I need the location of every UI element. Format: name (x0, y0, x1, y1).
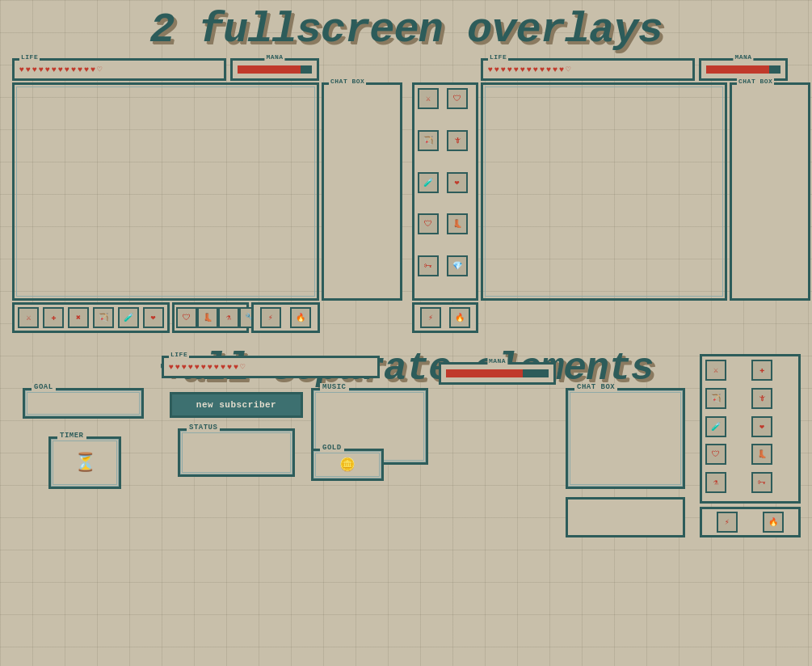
icon-lightning1: ⚡ (260, 307, 281, 328)
bottom-hearts: ♥ ♥ ♥ ♥ ♥ ♥ ♥ ♥ ♥ ♥ ♥ ♡ (169, 362, 245, 372)
bottom-mana-container (446, 369, 549, 377)
bottom-icon-panel: ⚔ ✚ 🏹 🗡 🧪 ❤ 🛡 👢 ⚗ 🗝 (700, 354, 801, 504)
overlay1-screen (12, 82, 319, 301)
goal-box: GOAL (23, 388, 144, 419)
icon-bow-br: 🏹 (705, 388, 726, 409)
icon-boot-br: 👢 (751, 444, 772, 465)
icon-armor: 🛡 (176, 307, 197, 328)
icon-key-br: 🗝 (751, 472, 772, 493)
icon-dagger-br: 🗡 (751, 388, 772, 409)
overlay2-mana-container (706, 65, 780, 74)
bottom-mana-label: MANA (487, 357, 507, 365)
icon-fire2: 🔥 (449, 307, 470, 328)
icon-fire-br: 🔥 (763, 512, 784, 533)
overlay1-life-bar: LIFE ♥ ♥ ♥ ♥ ♥ ♥ ♥ ♥ ♥ ♥ ♥ ♥ ♡ (12, 58, 226, 81)
overlay2-mana-label: MANA (733, 53, 753, 61)
icon-bow: 🏹 (93, 307, 114, 328)
icon-armor-br: 🛡 (705, 444, 726, 465)
overlay2-sidebar: ⚔ 🛡 🏹 🗡 🧪 ❤ 🛡 👢 🗝 💎 (412, 82, 478, 301)
overlay2-toolbar: ⚡ 🔥 (412, 302, 478, 333)
bottom-toolbar-br: ⚡ 🔥 (700, 507, 801, 537)
icon-gem: 💎 (447, 255, 468, 276)
overlay1-mana-container (238, 65, 312, 74)
overlay2-hearts: ♥ ♥ ♥ ♥ ♥ ♥ ♥ ♥ ♥ ♥ ♥ ♥ ♡ (488, 65, 570, 74)
bottom-chat-label: CHAT BOX (574, 383, 617, 391)
status-label: STATUS (187, 424, 220, 432)
icon-armor2: 🛡 (418, 213, 439, 234)
icon-cross: ✚ (43, 307, 64, 328)
bottom-life-bar: LIFE ♥ ♥ ♥ ♥ ♥ ♥ ♥ ♥ ♥ ♥ ♥ ♡ (162, 356, 380, 378)
icon-dagger: 🗡 (447, 130, 468, 151)
overlay1-mana-label: MANA (264, 53, 284, 61)
icon-sword2: ⚔ (418, 88, 439, 109)
icon-boots: 👢 (197, 307, 218, 328)
overlay1-life-label: LIFE (19, 53, 40, 61)
icon-boot2: 👢 (447, 213, 468, 234)
icon-heart2: ❤ (447, 172, 468, 193)
gold-label: GOLD (320, 444, 344, 452)
icon-x: ✖ (68, 307, 89, 328)
main-title: 2 fullscreen overlays (0, 0, 812, 54)
icon-potion-br: 🧪 (705, 416, 726, 437)
icon-potion-red2: ❤ (143, 307, 164, 328)
sub-title: +all separate elements (0, 347, 812, 390)
coin-icon: 🪙 (339, 457, 356, 473)
overlay1-toolbar1: ⚔ ✚ ✖ 🏹 🧪 ❤ (12, 302, 170, 333)
overlay2-chat-box: CHAT BOX (730, 82, 810, 301)
icon-sword-br: ⚔ (705, 360, 726, 381)
bottom-extra-box (566, 497, 685, 537)
icon-flask-br: ⚗ (705, 472, 726, 493)
gold-box: GOLD 🪙 (311, 449, 384, 481)
goal-label: GOAL (32, 383, 56, 391)
icon-shield2: 🛡 (447, 88, 468, 109)
bottom-mana-fill (446, 369, 523, 377)
icon-heart-br: ❤ (751, 416, 772, 437)
hourglass-icon: ⏳ (74, 452, 96, 474)
overlay1: LIFE ♥ ♥ ♥ ♥ ♥ ♥ ♥ ♥ ♥ ♥ ♥ ♥ ♡ MANA CHAT… (12, 58, 404, 333)
overlay2-screen (481, 82, 727, 301)
music-label: MUSIC (320, 383, 349, 391)
overlay2-mana-fill (706, 65, 769, 74)
overlay2-chat-label: CHAT BOX (737, 78, 774, 85)
icon-potion2: 🧪 (418, 172, 439, 193)
bottom-mana-bar: MANA (439, 362, 556, 385)
subscriber-box: new subscriber (170, 392, 303, 418)
overlay1-hearts: ♥ ♥ ♥ ♥ ♥ ♥ ♥ ♥ ♥ ♥ ♥ ♥ ♡ (19, 65, 102, 74)
status-box: STATUS (178, 428, 295, 477)
icon-lightning-br: ⚡ (717, 512, 738, 533)
overlay2: LIFE ♥ ♥ ♥ ♥ ♥ ♥ ♥ ♥ ♥ ♥ ♥ ♥ ♡ MANA ⚔ 🛡 … (412, 58, 812, 333)
overlay2-life-bar: LIFE ♥ ♥ ♥ ♥ ♥ ♥ ♥ ♥ ♥ ♥ ♥ ♥ ♡ (481, 58, 695, 81)
overlay1-mana-fill (238, 65, 301, 74)
icon-fire1: 🔥 (290, 307, 311, 328)
icon-sword: ⚔ (18, 307, 39, 328)
icon-potion-red: 🧪 (118, 307, 139, 328)
bottom-life-label: LIFE (169, 351, 189, 358)
icon-bow2: 🏹 (418, 130, 439, 151)
subscriber-text: new subscriber (196, 400, 276, 410)
bottom-chat-box: CHAT BOX (566, 388, 685, 489)
overlay2-life-label: LIFE (488, 53, 508, 61)
icon-flask: ⚗ (218, 307, 239, 328)
overlay1-toolbar2: 🛡 👢 ⚗ 🔧 (172, 302, 249, 333)
icon-plus-br: ✚ (751, 360, 772, 381)
icon-key2: 🗝 (418, 255, 439, 276)
overlay1-toolbar3: ⚡ 🔥 (251, 302, 320, 333)
icon-lightning2: ⚡ (420, 307, 441, 328)
timer-label: TIMER (57, 432, 86, 440)
overlay1-chat-box: CHAT BOX (322, 82, 402, 301)
timer-box: TIMER ⏳ (48, 436, 121, 489)
overlay1-mana-bar: MANA (230, 58, 319, 81)
overlay1-chat-label: CHAT BOX (329, 78, 366, 85)
